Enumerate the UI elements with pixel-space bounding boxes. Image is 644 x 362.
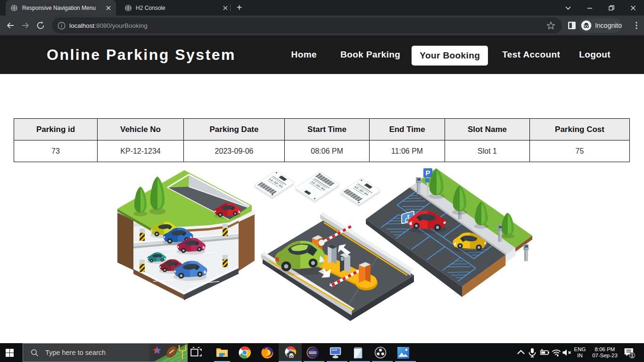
- svg-text:1: 1: [631, 353, 634, 358]
- svg-text:P: P: [425, 169, 430, 177]
